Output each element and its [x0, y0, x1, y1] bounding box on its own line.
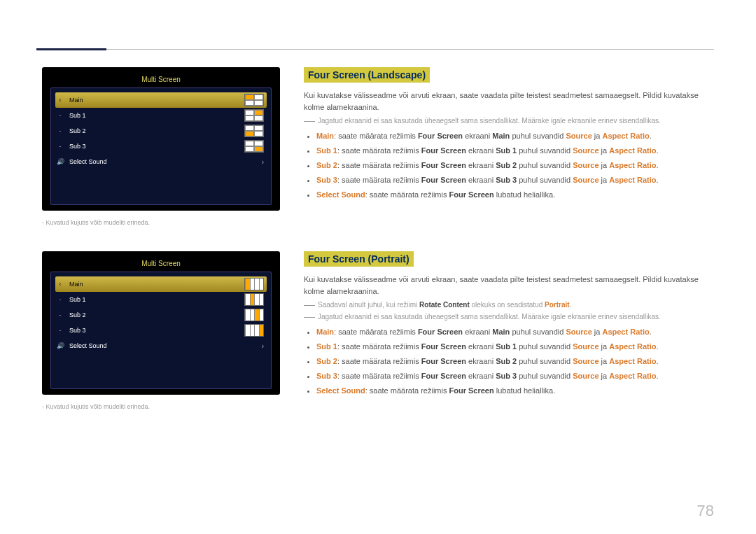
- chevron-right-icon: ›: [262, 342, 264, 350]
- osd-title: Multi Screen: [50, 74, 272, 87]
- layout-portrait-sub2-icon: [244, 309, 264, 321]
- layout-portrait-sub1-icon: [244, 293, 264, 306]
- chevron-left-icon: ‹: [57, 281, 64, 288]
- bullet-main: Main: saate määrata režiimis Four Screen…: [316, 129, 714, 143]
- figure-caption: - Kuvatud kujutis võib mudeliti erineda.: [42, 219, 280, 226]
- layout-portrait-sub3-icon: [244, 324, 264, 337]
- osd-screenshot-landscape: Multi Screen ‹Main ·Sub 1 ·Sub 2: [42, 67, 280, 211]
- osd-row-main: ‹Main: [55, 92, 267, 108]
- osd-row-sound: 🔊Select Sound ›: [55, 154, 267, 169]
- layout-portrait-main-icon: [244, 278, 264, 290]
- bullet-sub3: Sub 3: saate määrata režiimis Four Scree…: [316, 369, 714, 384]
- intro-text: Kui kuvatakse välisseadme või arvuti ekr…: [304, 274, 714, 297]
- osd-column: Multi Screen ‹Main ·Sub 1 ·Sub 2: [42, 67, 280, 226]
- bullet-sub3: Sub 3: saate määrata režiimis Four Scree…: [316, 173, 714, 188]
- osd-label: Sub 1: [69, 296, 86, 303]
- sound-icon: 🔊: [57, 342, 64, 349]
- note-line-availability: Saadaval ainult juhul, kui režiimi Rotat…: [304, 301, 714, 309]
- layout-landscape-main-icon: [244, 94, 264, 106]
- bullet-sub1: Sub 1: saate määrata režiimis Four Scree…: [316, 143, 714, 158]
- section-portrait: Multi Screen ‹Main ·Sub 1 ·Sub 2: [42, 251, 714, 410]
- chevron-right-icon: ›: [262, 158, 264, 166]
- figure-caption: - Kuvatud kujutis võib mudeliti erineda.: [42, 403, 280, 410]
- osd-label: Sub 2: [69, 311, 86, 318]
- layout-landscape-sub3-icon: [244, 140, 264, 153]
- section-landscape: Multi Screen ‹Main ·Sub 1 ·Sub 2: [42, 67, 714, 226]
- osd-label: Select Sound: [69, 342, 107, 349]
- osd-row-sound: 🔊Select Sound ›: [55, 338, 267, 353]
- chevron-left-icon: ‹: [57, 97, 64, 104]
- osd-panel: ‹Main ·Sub 1 ·Sub 2 ·Sub 3: [50, 272, 272, 389]
- layout-landscape-sub1-icon: [244, 109, 264, 122]
- osd-row-sub1: ·Sub 1: [55, 108, 267, 123]
- intro-text: Kui kuvatakse välisseadme või arvuti ekr…: [304, 90, 714, 113]
- divider: [36, 49, 714, 50]
- divider-accent: [36, 48, 106, 50]
- heading-portrait: Four Screen (Portrait): [304, 251, 414, 267]
- bullet-sub2: Sub 2: saate määrata režiimis Four Scree…: [316, 354, 714, 369]
- page: Multi Screen ‹Main ·Sub 1 ·Sub 2: [0, 0, 756, 534]
- bullet-list: Main: saate määrata režiimis Four Screen…: [316, 325, 714, 398]
- osd-label: Main: [69, 281, 83, 288]
- osd-side-label: ↩ Return: [283, 122, 314, 131]
- osd-side-label: ↩ Return: [283, 306, 314, 315]
- osd-label: Sub 3: [69, 143, 86, 150]
- dash-icon: [304, 317, 315, 318]
- osd-row-sub2: ·Sub 2: [55, 307, 267, 323]
- bullet-sound: Select Sound: saate määrata režiimis Fou…: [316, 384, 714, 398]
- osd-panel: ‹Main ·Sub 1 ·Sub 2 ·Sub 3: [50, 87, 272, 205]
- osd-screenshot-portrait: Multi Screen ‹Main ·Sub 1 ·Sub 2: [42, 251, 280, 395]
- bullet-sub1: Sub 1: saate määrata režiimis Four Scree…: [316, 339, 714, 354]
- osd-label: Select Sound: [69, 158, 107, 165]
- bullet-list: Main: saate määrata režiimis Four Screen…: [316, 129, 714, 202]
- osd-label: Sub 2: [69, 127, 86, 134]
- text-column: Four Screen (Portrait) Kui kuvatakse väl…: [304, 251, 714, 410]
- page-number: 78: [697, 502, 714, 520]
- osd-row-main: ‹Main: [55, 276, 267, 292]
- sound-icon: 🔊: [57, 158, 64, 165]
- osd-row-sub1: ·Sub 1: [55, 292, 267, 307]
- osd-column: Multi Screen ‹Main ·Sub 1 ·Sub 2: [42, 251, 280, 410]
- osd-label: Sub 1: [69, 112, 86, 119]
- osd-label: Sub 3: [69, 327, 86, 334]
- osd-row-sub3: ·Sub 3: [55, 139, 267, 154]
- bullet-sub2: Sub 2: saate määrata režiimis Four Scree…: [316, 158, 714, 173]
- bullet-main: Main: saate määrata režiimis Four Screen…: [316, 325, 714, 339]
- note-line: Jagatud ekraanid ei saa kasutada üheaegs…: [304, 313, 714, 321]
- note-line: Jagatud ekraanid ei saa kasutada üheaegs…: [304, 117, 714, 125]
- osd-label: Main: [69, 97, 83, 104]
- bullet-sound: Select Sound: saate määrata režiimis Fou…: [316, 188, 714, 202]
- osd-title: Multi Screen: [50, 258, 272, 272]
- text-column: Four Screen (Landscape) Kui kuvatakse vä…: [304, 67, 714, 226]
- heading-landscape: Four Screen (Landscape): [304, 67, 430, 83]
- layout-landscape-sub2-icon: [244, 125, 264, 137]
- osd-row-sub2: ·Sub 2: [55, 123, 267, 139]
- osd-row-sub3: ·Sub 3: [55, 323, 267, 338]
